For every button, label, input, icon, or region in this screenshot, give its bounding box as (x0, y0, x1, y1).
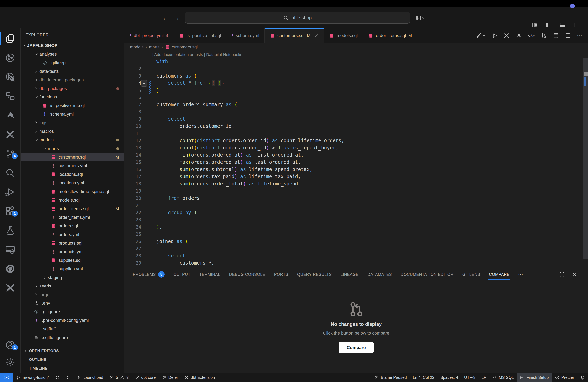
code-editor[interactable]: 1with23customers as (4+ select * from {{… (125, 58, 588, 268)
code-line-9[interactable]: 9 select (125, 115, 588, 123)
panel-tab-ports[interactable]: PORTS (270, 268, 292, 281)
status-sync[interactable] (52, 373, 63, 382)
activity-item-dbt-power-user[interactable] (0, 129, 21, 140)
tree-item-customers.sql[interactable]: customers.sqlM (21, 153, 124, 161)
breadcrumb-part[interactable]: models (130, 45, 144, 49)
activity-item-dbt-filled[interactable] (0, 282, 21, 294)
code-line-19[interactable]: 19 (125, 187, 588, 195)
activity-item-dbt-circle[interactable] (0, 52, 21, 63)
status-eol[interactable]: LF (478, 373, 489, 382)
activity-item-source-control[interactable]: 4 (0, 148, 21, 159)
panel-tab-output[interactable]: OUTPUT (170, 268, 194, 281)
codelens-actions[interactable]: ··· | Add documentation or tests | Datap… (125, 51, 588, 58)
code-line-18[interactable]: 18 sum(orders.order_total) as lifetime_s… (125, 180, 588, 187)
activity-item-extensions[interactable]: 1 (0, 205, 21, 217)
code-line-25[interactable]: 25 (125, 230, 588, 238)
compare-button[interactable]: Compare (339, 342, 374, 353)
panel-tab-datamates[interactable]: DATAMATES (364, 268, 395, 281)
code-line-29[interactable]: 29 customers.*, (125, 259, 588, 267)
status-branch[interactable]: mwong-fusion* (13, 373, 52, 382)
tab-is-positive-int.sql[interactable]: is_positive_int.sql (174, 28, 226, 43)
sidebar-section-outline[interactable]: OUTLINE (21, 355, 124, 364)
tab-customers.sql[interactable]: customers.sqlM (265, 28, 324, 43)
panel-tab-debug-console[interactable]: DEBUG CONSOLE (226, 268, 269, 281)
explorer-more-actions-icon[interactable]: ⋯ (114, 32, 119, 38)
status-notifications[interactable] (577, 373, 588, 382)
status-blame[interactable]: Blame Paused (371, 373, 410, 382)
tab-order-items.sql[interactable]: order_items.sqlM (363, 28, 417, 43)
tree-item-.gitignore[interactable]: .gitignore (21, 307, 124, 316)
activity-item-flow-view[interactable] (0, 90, 21, 102)
tree-item-products.sql[interactable]: products.sql (21, 239, 124, 247)
code-line-27[interactable]: 27 (125, 245, 588, 252)
tree-item-supplies.yml[interactable]: !supplies.yml (21, 265, 124, 273)
layout-switch-button[interactable] (416, 15, 425, 21)
breadcrumb-file[interactable]: customers.sql (172, 45, 198, 49)
status-remote[interactable]: >< (0, 373, 13, 382)
tree-item-marts[interactable]: marts (21, 144, 124, 153)
toggle-panel-icon[interactable] (559, 21, 566, 28)
code-line-24[interactable]: 24), (125, 223, 588, 230)
status-dbt-core[interactable]: dbt core (132, 373, 159, 382)
tree-item-.gitkeep[interactable]: .gitkeep (21, 58, 124, 67)
status-launchpad[interactable]: Launchpad (74, 373, 106, 382)
tree-item-.sqlfluff[interactable]: .sqlfluff (21, 325, 124, 333)
status-git-graph[interactable] (63, 373, 74, 382)
panel-tab-lineage[interactable]: LINEAGE (337, 268, 362, 281)
tree-item-order-items.yml[interactable]: !order_items.yml (21, 213, 124, 222)
code-line-26[interactable]: 26joined as ( (125, 238, 588, 245)
tree-item-orders.yml[interactable]: !orders.yml (21, 230, 124, 239)
code-line-1[interactable]: 1with (125, 58, 588, 65)
customize-layout-icon[interactable] (531, 21, 538, 28)
panel-more-tabs-icon[interactable]: ⋯ (515, 271, 526, 278)
tree-item-products.yml[interactable]: !products.yml (21, 247, 124, 256)
close-tab-icon[interactable] (314, 33, 318, 38)
code-line-12[interactable]: 12 count(distinct orders.order_id) as co… (125, 137, 588, 144)
activity-item-github[interactable] (0, 263, 21, 274)
toggle-secondary-sidebar-icon[interactable] (573, 21, 580, 28)
activity-item-explorer[interactable] (0, 33, 21, 44)
code-line-23[interactable]: 23 (125, 216, 588, 223)
code-line-4[interactable]: 4+ select * from {{ }} (125, 79, 588, 87)
maximize-panel-icon[interactable] (559, 271, 565, 277)
panel-tab-terminal[interactable]: TERMINAL (196, 268, 224, 281)
code-line-15[interactable]: 15 max(orders.ordered_at) as last_ordere… (125, 159, 588, 166)
activity-item-search[interactable] (0, 167, 21, 179)
panel-tab-compare[interactable]: COMPARE (485, 268, 513, 281)
back-arrow-icon[interactable]: ← (162, 14, 168, 21)
code-line-13[interactable]: 13 count(distinct orders.order_id) > 1 a… (125, 144, 588, 152)
tree-item-target[interactable]: target (21, 290, 124, 299)
tree-item-.pre-commit-config.yaml[interactable]: !.pre-commit-config.yaml (21, 316, 124, 325)
panel-tab-problems[interactable]: PROBLEMS8 (129, 268, 168, 281)
status-prettier[interactable]: Prettier (552, 373, 577, 382)
code-line-2[interactable]: 2 (125, 65, 588, 72)
tree-item-seeds[interactable]: seeds (21, 282, 124, 290)
panel-tab-query-results[interactable]: QUERY RESULTS (294, 268, 336, 281)
tree-item-dbt-internal-packages[interactable]: dbt_internal_packages (21, 76, 124, 84)
activity-item-accounts[interactable]: 1 (0, 339, 21, 351)
status-indentation[interactable]: Spaces: 4 (437, 373, 461, 382)
editor-action-datapilot-action[interactable] (516, 33, 522, 38)
tree-item-order-items.sql[interactable]: order_items.sqlM (21, 204, 124, 213)
editor-action-run-model[interactable] (492, 33, 498, 38)
tree-item-analyses[interactable]: analyses (21, 50, 124, 58)
code-line-3[interactable]: 3customers as ( (125, 72, 588, 79)
tree-item-schema.yml[interactable]: !schema.yml (21, 110, 124, 118)
editor-action-build[interactable] (476, 33, 486, 38)
sidebar-section-timeline[interactable]: TIMELINE (21, 364, 124, 373)
code-line-5[interactable]: 5) (125, 87, 588, 94)
tree-item-locations.yml[interactable]: !locations.yml (21, 179, 124, 187)
tree-item-macros[interactable]: macros (21, 127, 124, 136)
code-line-14[interactable]: 14 min(orders.ordered_at) as first_order… (125, 152, 588, 159)
code-line-21[interactable]: 21 (125, 202, 588, 209)
tree-item-supplies.sql[interactable]: supplies.sql (21, 256, 124, 265)
tree-item-metricflow-time-spine.sql[interactable]: metricflow_time_spine.sql (21, 187, 124, 196)
sidebar-section-open-editors[interactable]: OPEN EDITORS (21, 346, 124, 355)
code-line-20[interactable]: 20 from orders (125, 195, 588, 202)
status-encoding[interactable]: UTF-8 (461, 373, 479, 382)
activity-item-remote-explorer[interactable] (0, 244, 21, 255)
code-line-17[interactable]: 17 sum(orders.tax_paid) as lifetime_tax_… (125, 173, 588, 180)
code-line-11[interactable]: 11 (125, 130, 588, 137)
tree-item-logs[interactable]: logs (21, 118, 124, 127)
close-panel-icon[interactable] (572, 271, 577, 277)
